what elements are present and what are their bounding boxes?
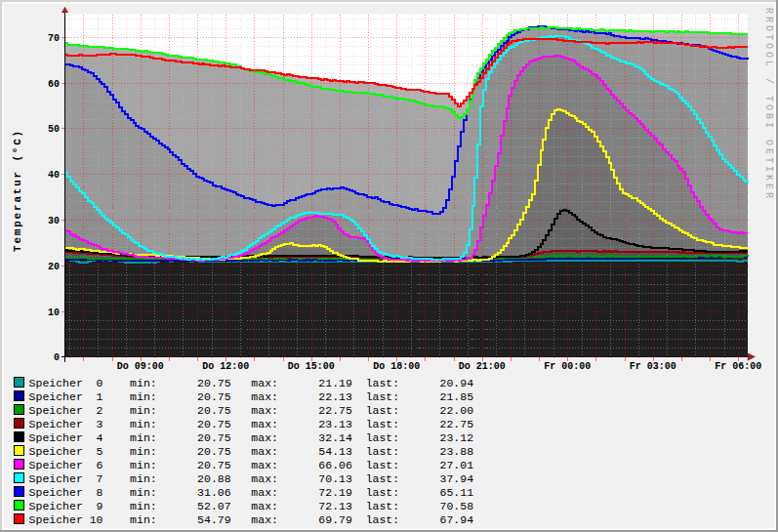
svg-text:Do 18:00: Do 18:00: [373, 361, 420, 372]
svg-text:RRDTOOL / TOBI OETIKER: RRDTOOL / TOBI OETIKER: [763, 8, 774, 201]
svg-text:Do 12:00: Do 12:00: [202, 361, 249, 372]
svg-text:Do 21:00: Do 21:00: [459, 361, 506, 372]
svg-text:Speicher 4 min: 20.75: Speicher 4 min: 20.75 max: 32.14 last: 2…: [29, 431, 474, 444]
svg-text:Speicher 0 min: 20.75: Speicher 0 min: 20.75 max: 21.19 last: 2…: [29, 377, 474, 389]
svg-text:Do 09:00: Do 09:00: [117, 361, 164, 372]
svg-text:Temperatur (°C): Temperatur (°C): [12, 129, 23, 252]
svg-text:20: 20: [48, 262, 60, 272]
svg-text:40: 40: [48, 170, 60, 181]
svg-text:Speicher 3 min: 20.75: Speicher 3 min: 20.75 max: 23.13 last: 2…: [29, 418, 474, 430]
svg-text:60: 60: [48, 79, 60, 90]
svg-text:Speicher 2 min: 20.75: Speicher 2 min: 20.75 max: 22.75 last: 2…: [29, 404, 474, 417]
svg-text:Speicher 1 min: 20.75: Speicher 1 min: 20.75 max: 22.13 last: 2…: [29, 390, 474, 403]
svg-text:Speicher 8 min: 31.06: Speicher 8 min: 31.06 max: 72.19 last: 6…: [29, 486, 474, 499]
svg-text:70: 70: [48, 33, 60, 44]
svg-text:Speicher 5 min: 20.75: Speicher 5 min: 20.75 max: 54.13 last: 2…: [29, 445, 474, 458]
svg-text:Fr 00:00: Fr 00:00: [544, 361, 591, 372]
svg-text:Do 15:00: Do 15:00: [288, 361, 335, 372]
svg-text:30: 30: [48, 216, 60, 226]
svg-text:50: 50: [48, 124, 60, 135]
svg-text:Speicher 10 min: 54.79: Speicher 10 min: 54.79 max: 69.79 last: …: [29, 513, 474, 526]
svg-text:Fr 06:00: Fr 06:00: [715, 361, 761, 372]
svg-text:Speicher 6 min: 20.75: Speicher 6 min: 20.75 max: 66.06 last: 2…: [29, 459, 474, 471]
svg-text:0: 0: [54, 352, 60, 363]
svg-text:Fr 03:00: Fr 03:00: [630, 361, 676, 372]
svg-text:10: 10: [48, 307, 60, 318]
svg-text:Speicher 7 min: 20.88: Speicher 7 min: 20.88 max: 70.13 last: 3…: [29, 472, 474, 485]
svg-text:Speicher 9 min: 52.07: Speicher 9 min: 52.07 max: 72.13 last: 7…: [29, 500, 474, 512]
